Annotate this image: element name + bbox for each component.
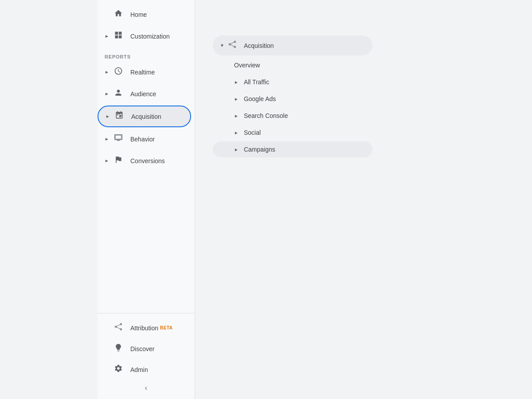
- attribution-icon: [113, 322, 123, 333]
- conversions-arrow: ►: [105, 158, 110, 163]
- svg-point-12: [229, 43, 230, 45]
- svg-rect-4: [115, 135, 121, 139]
- realtime-arrow: ►: [105, 70, 110, 74]
- behavior-label: Behavior: [130, 136, 155, 143]
- submenu-item-overview[interactable]: Overview: [213, 57, 372, 73]
- submenu-item-campaigns[interactable]: ► Campaigns: [213, 141, 372, 157]
- submenu-overview-label: Overview: [234, 62, 260, 69]
- sidebar-item-admin[interactable]: Admin: [98, 360, 191, 379]
- customization-arrow: ►: [105, 34, 110, 39]
- svg-line-15: [231, 42, 234, 44]
- attribution-label: Attribution: [130, 325, 158, 332]
- customization-icon: [113, 31, 123, 42]
- sidebar-item-audience[interactable]: ► Audience: [98, 84, 191, 104]
- audience-icon: [113, 88, 123, 99]
- reports-section-header: REPORTS: [98, 47, 195, 61]
- realtime-label: Realtime: [130, 69, 155, 76]
- submenu-search-console-label: Search Console: [244, 112, 288, 119]
- social-arrow: ►: [234, 130, 239, 135]
- submenu-acquisition-icon: [228, 40, 237, 51]
- submenu-campaigns-label: Campaigns: [244, 146, 275, 153]
- svg-point-14: [234, 46, 235, 47]
- sidebar-item-acquisition[interactable]: ► Acquisition: [98, 106, 191, 127]
- collapse-button[interactable]: ‹: [98, 380, 195, 395]
- sidebar-item-home[interactable]: Home: [98, 4, 191, 24]
- conversions-label: Conversions: [130, 157, 165, 164]
- home-arrow: [105, 12, 110, 17]
- submenu-item-search-console[interactable]: ► Search Console: [213, 108, 372, 124]
- home-icon: [113, 9, 123, 20]
- discover-label: Discover: [130, 345, 154, 352]
- acquisition-label: Acquisition: [131, 113, 161, 120]
- acquisition-arrow: ►: [106, 114, 111, 119]
- sidebar-item-attribution[interactable]: Attribution BETA: [98, 318, 191, 338]
- sidebar-item-behavior[interactable]: ► Behavior: [98, 129, 191, 149]
- collapse-icon: ‹: [145, 384, 147, 392]
- sidebar-bottom: Attribution BETA Discover Admin ‹: [98, 313, 195, 399]
- submenu-item-all-traffic[interactable]: ► All Traffic: [213, 74, 372, 90]
- sidebar-item-discover[interactable]: Discover: [98, 339, 191, 359]
- audience-arrow: ►: [105, 91, 110, 96]
- beta-badge: BETA: [160, 325, 172, 330]
- sidebar: Home ► Customization REPORTS ► Realtime …: [98, 0, 195, 399]
- discover-icon: [113, 343, 123, 354]
- admin-arrow: [105, 367, 110, 372]
- svg-point-8: [120, 324, 121, 325]
- submenu-panel: ▼ Acquisition Overview ► All Traffic ► G…: [213, 35, 372, 158]
- behavior-arrow: ►: [105, 137, 110, 141]
- svg-line-10: [117, 325, 120, 326]
- submenu-item-google-ads[interactable]: ► Google Ads: [213, 91, 372, 107]
- admin-icon: [113, 364, 123, 375]
- submenu-google-ads-label: Google Ads: [244, 95, 276, 102]
- customization-label: Customization: [130, 33, 170, 40]
- attribution-arrow: [105, 325, 110, 330]
- submenu-header-arrow: ▼: [220, 43, 224, 48]
- submenu-header-label: Acquisition: [244, 42, 274, 49]
- submenu-social-label: Social: [244, 129, 261, 136]
- svg-point-9: [120, 329, 121, 330]
- acquisition-icon: [114, 111, 124, 122]
- admin-label: Admin: [130, 366, 148, 373]
- submenu-all-traffic-label: All Traffic: [244, 78, 269, 86]
- svg-line-11: [117, 327, 120, 329]
- campaigns-arrow: ►: [234, 147, 239, 152]
- realtime-icon: [113, 66, 123, 78]
- svg-point-7: [115, 326, 117, 327]
- discover-arrow: [105, 346, 110, 351]
- submenu-item-social[interactable]: ► Social: [213, 125, 372, 141]
- sidebar-item-customization[interactable]: ► Customization: [98, 26, 191, 46]
- svg-point-13: [234, 41, 235, 43]
- behavior-icon: [113, 133, 123, 145]
- google-ads-arrow: ►: [234, 97, 239, 102]
- conversions-icon: [113, 155, 123, 166]
- sidebar-item-conversions[interactable]: ► Conversions: [98, 151, 191, 171]
- search-console-arrow: ►: [234, 113, 239, 118]
- all-traffic-arrow: ►: [234, 80, 239, 85]
- sidebar-item-realtime[interactable]: ► Realtime: [98, 62, 191, 82]
- svg-line-16: [231, 45, 234, 47]
- home-label: Home: [130, 11, 147, 18]
- submenu-header-acquisition[interactable]: ▼ Acquisition: [213, 35, 372, 55]
- audience-label: Audience: [130, 90, 156, 98]
